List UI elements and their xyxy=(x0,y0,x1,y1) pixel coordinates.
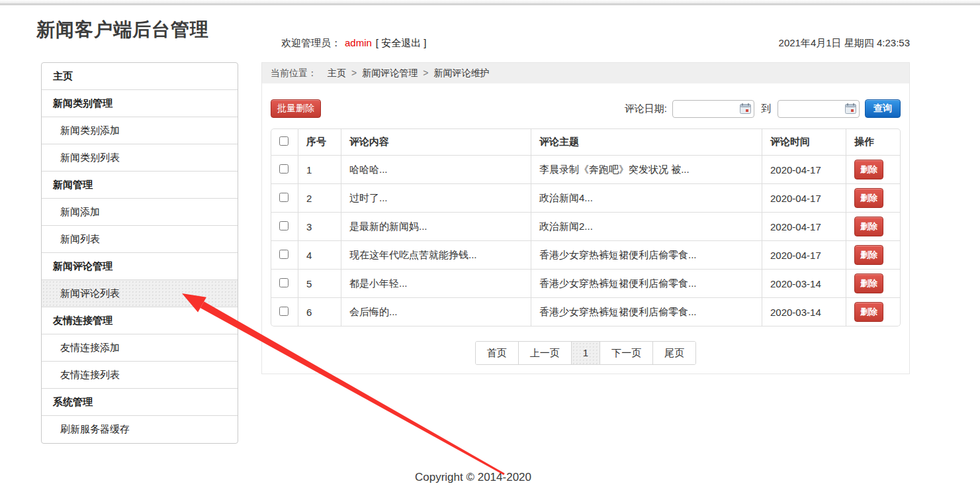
cell-time: 2020-03-14 xyxy=(762,298,846,326)
table-row: 6 会后悔的... 香港少女穿热裤短裙便利店偷零食... 2020-03-14 … xyxy=(271,298,901,326)
cell-no: 2 xyxy=(298,184,341,213)
cell-subject: 政治新闻2... xyxy=(531,213,762,241)
row-checkbox[interactable] xyxy=(279,278,289,287)
breadcrumb-separator: > xyxy=(423,68,428,78)
breadcrumb-separator: > xyxy=(351,68,357,78)
date-filter-group: 评论日期: 到 xyxy=(625,99,901,118)
delete-row-button[interactable]: 删除 xyxy=(854,245,883,265)
cell-no: 3 xyxy=(298,213,341,241)
username: admin xyxy=(341,37,376,48)
cell-content: 哈哈哈... xyxy=(341,156,531,184)
column-header-subject: 评论主题 xyxy=(531,128,762,156)
sidebar-item-system-mgmt[interactable]: 系统管理 xyxy=(42,389,238,416)
cell-time: 2020-04-17 xyxy=(762,213,846,241)
pagination-next[interactable]: 下一页 xyxy=(600,342,653,364)
table-header-row: 序号 评论内容 评论主题 评论时间 操作 xyxy=(271,128,901,156)
current-datetime: 2021年4月1日 星期四 4:23:53 xyxy=(779,37,910,50)
calendar-icon[interactable] xyxy=(740,103,751,114)
cell-content: 过时了... xyxy=(341,184,531,213)
cell-no: 1 xyxy=(298,156,341,184)
delete-row-button[interactable]: 删除 xyxy=(854,274,883,293)
sidebar-item-comment-list[interactable]: 新闻评论列表 xyxy=(42,280,238,307)
welcome-label: 欢迎管理员： xyxy=(281,37,341,48)
batch-delete-button[interactable]: 批量删除 xyxy=(271,99,321,118)
cell-content: 是最新的新闻妈... xyxy=(341,213,531,241)
column-header-content: 评论内容 xyxy=(341,128,531,156)
cell-no: 5 xyxy=(298,270,341,298)
search-button[interactable]: 查询 xyxy=(865,99,901,118)
row-checkbox[interactable] xyxy=(279,307,289,316)
sidebar-item-news-list[interactable]: 新闻列表 xyxy=(42,226,238,253)
column-header-time: 评论时间 xyxy=(762,128,846,156)
row-checkbox[interactable] xyxy=(279,250,289,259)
pagination: 首页 上一页 1 下一页 尾页 xyxy=(475,341,696,365)
sidebar-item-news-category-list[interactable]: 新闻类别列表 xyxy=(42,144,238,172)
table-row: 2 过时了... 政治新闻4... 2020-04-17 删除 xyxy=(271,184,901,213)
breadcrumb: 当前位置：主页>新闻评论管理>新闻评论维护 xyxy=(262,63,909,83)
column-header-no: 序号 xyxy=(298,128,341,156)
sidebar-item-home[interactable]: 主页 xyxy=(42,63,238,90)
pagination-page-1[interactable]: 1 xyxy=(572,342,600,364)
calendar-icon[interactable] xyxy=(845,103,856,114)
sidebar-item-news-category-add[interactable]: 新闻类别添加 xyxy=(42,117,238,144)
row-checkbox[interactable] xyxy=(279,221,289,230)
delete-row-button[interactable]: 删除 xyxy=(854,188,883,208)
delete-row-button[interactable]: 删除 xyxy=(854,302,883,322)
sidebar-item-news-add[interactable]: 新闻添加 xyxy=(42,199,238,226)
column-header-action: 操作 xyxy=(846,128,901,156)
cell-time: 2020-03-14 xyxy=(762,270,846,298)
page-title: 新闻客户端后台管理 xyxy=(36,17,209,42)
cell-no: 4 xyxy=(298,241,341,270)
date-filter-label: 评论日期: xyxy=(625,103,667,115)
pagination-last[interactable]: 尾页 xyxy=(653,342,695,364)
cell-subject: 香港少女穿热裤短裙便利店偷零食... xyxy=(531,270,762,298)
comments-table: 序号 评论内容 评论主题 评论时间 操作 1 哈哈哈... 李晨录制《奔跑吧》突… xyxy=(271,128,901,326)
pagination-first[interactable]: 首页 xyxy=(476,342,519,364)
copyright-text: Copyright © 2014-2020 xyxy=(0,471,946,484)
pagination-prev[interactable]: 上一页 xyxy=(519,342,572,364)
cell-time: 2020-04-17 xyxy=(762,156,846,184)
sidebar-item-friendlink-add[interactable]: 友情连接添加 xyxy=(42,334,238,362)
cell-subject: 李晨录制《奔跑吧》突发状况 被... xyxy=(531,156,762,184)
date-to-label: 到 xyxy=(761,103,771,115)
breadcrumb-label: 当前位置： xyxy=(271,68,317,78)
cell-subject: 香港少女穿热裤短裙便利店偷零食... xyxy=(531,298,762,326)
cell-content: 会后悔的... xyxy=(341,298,531,326)
toolbar: 批量删除 评论日期: 到 xyxy=(262,99,909,118)
delete-row-button[interactable]: 删除 xyxy=(854,160,883,179)
cell-no: 6 xyxy=(298,298,341,326)
table-row: 5 都是小年轻... 香港少女穿热裤短裙便利店偷零食... 2020-03-14… xyxy=(271,270,901,298)
select-all-checkbox[interactable] xyxy=(279,136,289,146)
cell-content: 现在这年代吃点苦就能挣钱... xyxy=(341,241,531,270)
cell-subject: 香港少女穿热裤短裙便利店偷零食... xyxy=(531,241,762,270)
breadcrumb-home[interactable]: 主页 xyxy=(328,68,346,78)
sidebar-item-news-mgmt[interactable]: 新闻管理 xyxy=(42,172,238,199)
sidebar-item-news-category-mgmt[interactable]: 新闻类别管理 xyxy=(42,90,238,117)
sidebar-menu: 主页 新闻类别管理 新闻类别添加 新闻类别列表 新闻管理 新闻添加 新闻列表 新… xyxy=(41,62,238,444)
table-row: 1 哈哈哈... 李晨录制《奔跑吧》突发状况 被... 2020-04-17 删… xyxy=(271,156,901,184)
table-row: 3 是最新的新闻妈... 政治新闻2... 2020-04-17 删除 xyxy=(271,213,901,241)
cell-time: 2020-04-17 xyxy=(762,241,846,270)
delete-row-button[interactable]: 删除 xyxy=(854,217,883,236)
cell-content: 都是小年轻... xyxy=(341,270,531,298)
sidebar-item-friendlink-mgmt[interactable]: 友情连接管理 xyxy=(42,307,238,334)
content-panel: 当前位置：主页>新闻评论管理>新闻评论维护 批量删除 评论日期: 到 xyxy=(261,62,910,374)
sidebar-item-friendlink-list[interactable]: 友情连接列表 xyxy=(42,362,238,389)
sidebar-item-refresh-cache[interactable]: 刷新服务器缓存 xyxy=(42,416,238,443)
welcome-bar: 欢迎管理员：admin[ 安全退出 ] xyxy=(281,37,427,50)
cell-subject: 政治新闻4... xyxy=(531,184,762,213)
row-checkbox[interactable] xyxy=(279,164,289,174)
breadcrumb-comment-mgmt[interactable]: 新闻评论管理 xyxy=(362,68,418,78)
sidebar-item-comment-mgmt[interactable]: 新闻评论管理 xyxy=(42,253,238,280)
logout-link[interactable]: [ 安全退出 ] xyxy=(376,37,427,48)
table-row: 4 现在这年代吃点苦就能挣钱... 香港少女穿热裤短裙便利店偷零食... 202… xyxy=(271,241,901,270)
row-checkbox[interactable] xyxy=(279,193,289,202)
browser-top-strip xyxy=(0,0,980,5)
breadcrumb-current: 新闻评论维护 xyxy=(433,68,489,78)
cell-time: 2020-04-17 xyxy=(762,184,846,213)
